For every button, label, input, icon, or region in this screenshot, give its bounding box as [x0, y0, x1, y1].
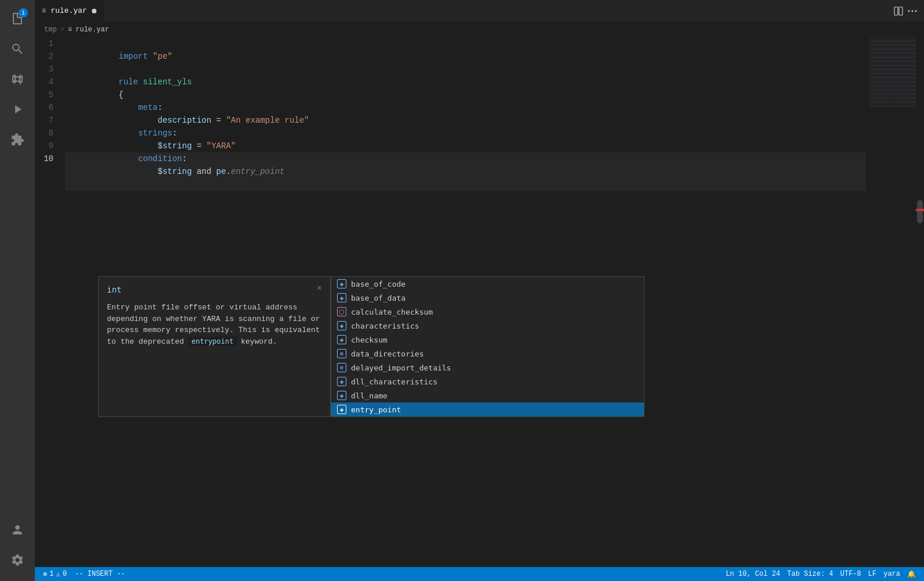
code-line-8: 8 $string = "YARA": [35, 127, 866, 140]
autocomplete-item-delayed_import_details[interactable]: ⊞ delayed_import_details: [331, 361, 644, 375]
sidebar-item-settings[interactable]: [3, 546, 31, 574]
code-line-10: 10 $string and pe.entry_point: [35, 152, 866, 165]
status-line-ending[interactable]: LF: [865, 567, 880, 581]
line-number-5: 5: [35, 88, 65, 101]
sidebar-item-run[interactable]: [3, 95, 31, 123]
item-label: dll_name: [351, 391, 388, 400]
status-bar-right: Ln 10, Col 24 Tab Size: 4 UTF-8 LF yara …: [722, 567, 919, 581]
tooltip-body-suffix: keyword.: [241, 337, 277, 346]
item-icon-property: ◈: [337, 293, 346, 302]
item-icon-property: ◈: [337, 377, 346, 386]
item-label: base_of_code: [351, 280, 406, 288]
autocomplete-item-dll_characteristics[interactable]: ◈ dll_characteristics: [331, 375, 644, 388]
svg-point-2: [908, 10, 910, 12]
more-actions-icon[interactable]: [908, 6, 917, 16]
line-content-10: $string and pe.entry_point: [65, 152, 866, 191]
svg-rect-0: [894, 7, 898, 15]
warning-count: 0: [63, 570, 67, 578]
autocomplete-item-base_of_data[interactable]: ◈ base_of_data: [331, 291, 644, 305]
autocomplete-item-dll_name[interactable]: ◈ dll_name: [331, 388, 644, 402]
line-number-7: 7: [35, 114, 65, 127]
item-label: data_directories: [351, 350, 424, 358]
status-position[interactable]: Ln 10, Col 24: [722, 567, 784, 581]
scrollbar-error-marker: [916, 209, 924, 211]
svg-point-4: [915, 10, 917, 12]
line-number-1: 1: [35, 37, 65, 50]
status-insert-mode[interactable]: -- INSERT --: [71, 567, 128, 581]
code-line-4: 4 {: [35, 76, 866, 88]
item-icon-property: ◈: [337, 405, 346, 414]
autocomplete-list: ◈ base_of_code ◈ base_of_data ⬡ calculat…: [331, 276, 644, 417]
svg-rect-1: [899, 7, 902, 15]
breadcrumb: tmp > ≡ rule.yar: [35, 22, 924, 37]
minimap[interactable]: [869, 37, 916, 107]
breadcrumb-filename: rule.yar: [76, 26, 109, 34]
item-icon-property: ◈: [337, 335, 346, 344]
tab-modified-indicator: [92, 9, 96, 13]
line-number-2: 2: [35, 50, 65, 63]
code-line-1: 1 import "pe": [35, 37, 866, 50]
bell-icon: 🔔: [907, 570, 916, 579]
sidebar-item-account[interactable]: [3, 516, 31, 544]
autocomplete-container: int × Entry point file offset or virtual…: [98, 276, 644, 417]
editor-scrollbar[interactable]: [916, 37, 924, 567]
status-bell[interactable]: 🔔: [904, 567, 919, 581]
breadcrumb-folder[interactable]: tmp: [44, 26, 57, 34]
code-line-7: 7 strings:: [35, 114, 866, 127]
item-label: characteristics: [351, 322, 419, 330]
autocomplete-item-base_of_code[interactable]: ◈ base_of_code: [331, 277, 644, 291]
tooltip-code-snippet: entrypoint: [188, 337, 236, 346]
item-icon-property: ◈: [337, 321, 346, 330]
sidebar-item-source-control[interactable]: [3, 65, 31, 93]
error-count: 1: [49, 570, 53, 578]
item-label: calculate_checksum: [351, 308, 433, 316]
error-icon: ⊗: [43, 570, 47, 579]
autocomplete-item-calculate_checksum[interactable]: ⬡ calculate_checksum: [331, 305, 644, 319]
insert-mode-label: -- INSERT --: [75, 570, 125, 578]
status-tab-size[interactable]: Tab Size: 4: [784, 567, 837, 581]
position-label: Ln 10, Col 24: [726, 570, 780, 578]
status-bar: ⊗ 1 ⚠ 0 -- INSERT -- Ln 10, Col 24 Tab S…: [35, 567, 924, 581]
sidebar-item-search[interactable]: [3, 35, 31, 63]
item-label: checksum: [351, 336, 388, 344]
language-label: yara: [883, 570, 900, 578]
item-label: delayed_import_details: [351, 363, 451, 372]
status-encoding[interactable]: UTF-8: [837, 567, 865, 581]
item-icon-property: ◈: [337, 391, 346, 400]
line-number-10: 10: [35, 152, 65, 165]
scrollbar-thumb[interactable]: [917, 200, 923, 223]
status-language[interactable]: yara: [880, 567, 904, 581]
tab-bar: ≡ rule.yar: [35, 0, 924, 22]
editor-area[interactable]: 1 import "pe" 2 3 rule silent_yls 4 {: [35, 37, 924, 567]
line-ending-label: LF: [868, 570, 876, 578]
tooltip-title: int: [107, 284, 121, 296]
sidebar-item-files[interactable]: [3, 5, 31, 33]
item-icon-field: ⊞: [337, 363, 346, 372]
autocomplete-item-data_directories[interactable]: ⊞ data_directories: [331, 347, 644, 361]
code-line-5: 5 meta:: [35, 88, 866, 101]
split-editor-icon[interactable]: [894, 6, 903, 16]
breadcrumb-separator: >: [60, 26, 65, 34]
line-number-6: 6: [35, 101, 65, 114]
code-line-3: 3 rule silent_yls: [35, 63, 866, 76]
tab-rule-yar[interactable]: ≡ rule.yar: [35, 0, 105, 22]
code-line-9: 9 condition:: [35, 140, 866, 152]
tooltip-panel: int × Entry point file offset or virtual…: [98, 276, 331, 417]
line-number-3: 3: [35, 63, 65, 76]
encoding-label: UTF-8: [840, 570, 861, 578]
tab-filename: rule.yar: [51, 6, 87, 15]
line-number-4: 4: [35, 76, 65, 88]
autocomplete-item-characteristics[interactable]: ◈ characteristics: [331, 319, 644, 333]
code-line-6: 6 description = "An example rule": [35, 101, 866, 114]
autocomplete-item-entry_point[interactable]: ◈ entry_point: [331, 402, 644, 416]
item-label: entry_point: [351, 405, 401, 414]
autocomplete-item-checksum[interactable]: ◈ checksum: [331, 333, 644, 347]
line-number-8: 8: [35, 127, 65, 140]
tooltip-close-button[interactable]: ×: [317, 283, 322, 295]
tooltip-body: Entry point file offset or virtual addre…: [107, 302, 322, 347]
tab-size-label: Tab Size: 4: [787, 570, 833, 578]
tab-file-icon: ≡: [42, 7, 46, 15]
breadcrumb-file-icon: ≡: [68, 26, 72, 34]
status-error-count[interactable]: ⊗ 1 ⚠ 0: [40, 567, 70, 581]
sidebar-item-extensions[interactable]: [3, 126, 31, 154]
